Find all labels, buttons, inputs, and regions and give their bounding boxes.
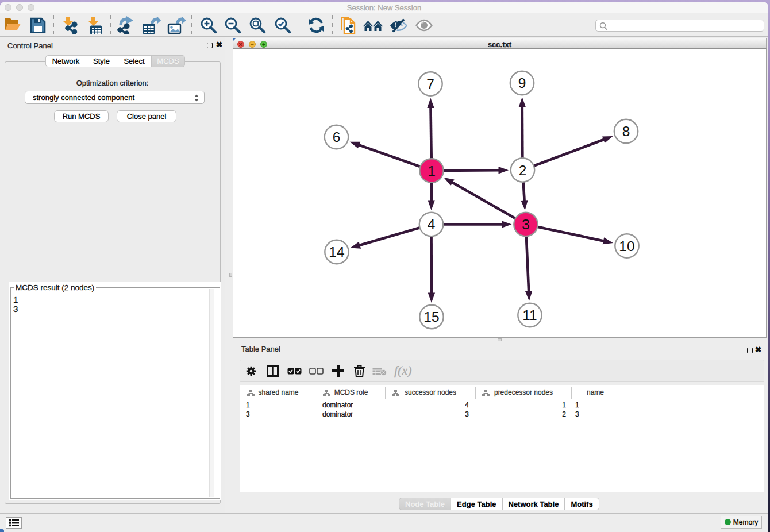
svg-text:2: 2 xyxy=(519,163,527,178)
svg-text:4: 4 xyxy=(428,217,436,232)
svg-text:11: 11 xyxy=(522,307,537,323)
svg-text:10: 10 xyxy=(619,238,634,254)
svg-text:14: 14 xyxy=(329,244,344,260)
svg-text:9: 9 xyxy=(518,75,526,91)
svg-text:1: 1 xyxy=(428,163,436,179)
svg-text:7: 7 xyxy=(426,76,434,92)
svg-text:8: 8 xyxy=(622,124,630,139)
svg-text:15: 15 xyxy=(424,309,439,325)
svg-text:3: 3 xyxy=(522,217,530,232)
svg-text:6: 6 xyxy=(333,129,341,145)
